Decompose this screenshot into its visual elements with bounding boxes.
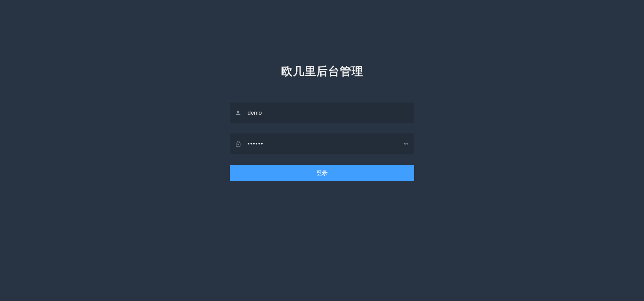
login-button[interactable]: 登录 xyxy=(230,165,414,181)
password-field-wrapper xyxy=(230,133,414,154)
lock-icon xyxy=(235,140,241,147)
user-icon xyxy=(235,110,241,116)
username-input[interactable] xyxy=(248,103,409,123)
username-field-wrapper xyxy=(230,103,414,123)
login-form: 欧几里后台管理 登录 xyxy=(230,64,414,181)
login-button-label: 登录 xyxy=(316,169,328,177)
eye-closed-icon[interactable] xyxy=(402,140,409,147)
password-input[interactable] xyxy=(248,133,402,154)
page-title: 欧几里后台管理 xyxy=(281,64,363,79)
